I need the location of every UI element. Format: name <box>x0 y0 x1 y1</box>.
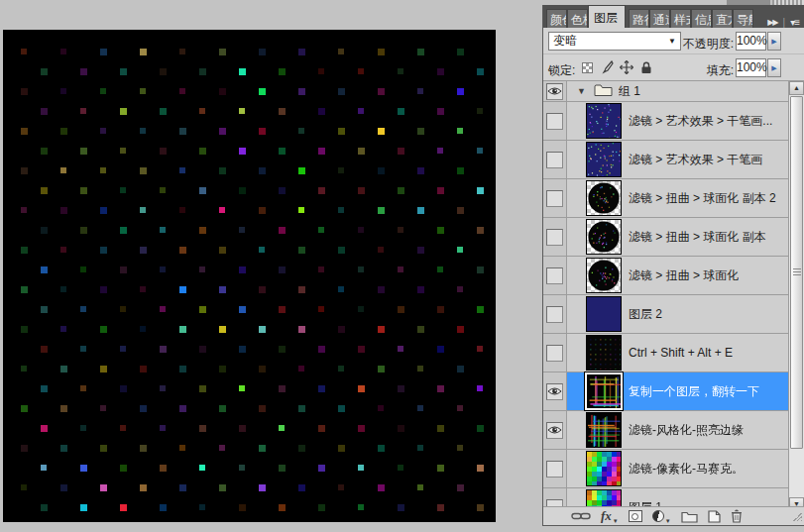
tab-4[interactable]: 路径 <box>629 9 649 28</box>
visibility-toggle[interactable] <box>543 334 567 372</box>
layer-thumbnail[interactable] <box>586 296 622 332</box>
visibility-toggle[interactable] <box>543 81 567 101</box>
scrollbar-grip <box>793 268 801 276</box>
lock-transparency-icon[interactable] <box>579 59 595 75</box>
scrollbar[interactable]: ▲ ▼ <box>788 81 804 512</box>
tab-7[interactable]: 信息 <box>691 9 712 28</box>
lock-position-move-icon[interactable] <box>619 59 634 75</box>
tab-9[interactable]: 导航器 <box>733 9 753 28</box>
layer-row[interactable]: 滤镜 > 扭曲 > 球面化 副本 2 <box>543 179 788 218</box>
eye-empty-well[interactable] <box>546 190 563 207</box>
group-row[interactable]: ▼组 1 <box>543 81 788 102</box>
blend-mode-value: 变暗 <box>553 33 577 50</box>
lock-label: 锁定: <box>548 62 575 79</box>
layer-row[interactable]: 滤镜 > 扭曲 > 球面化 副本 <box>543 218 788 257</box>
adjustment-layer-icon[interactable]: ▼ <box>652 509 671 524</box>
eye-empty-well[interactable] <box>546 152 563 168</box>
scroll-up-icon[interactable]: ▲ <box>789 81 804 95</box>
layer-name[interactable]: 滤镜 > 扭曲 > 球面化 副本 2 <box>629 190 776 207</box>
opacity-spinner[interactable]: ▶ <box>767 32 781 51</box>
layer-thumbnail[interactable] <box>586 103 622 139</box>
visibility-toggle[interactable] <box>543 257 567 294</box>
layer-thumbnail[interactable] <box>586 451 622 486</box>
eye-empty-well[interactable] <box>546 345 563 362</box>
layers-panel: 颜色色板图层路径通道样式信息直方图导航器 ▶▶ | ▾≡ 变暗 ▼ 不透明度: … <box>542 5 804 526</box>
layer-thumbnail[interactable] <box>586 142 622 177</box>
visibility-toggle[interactable] <box>543 372 567 410</box>
layer-thumbnail[interactable] <box>586 219 622 255</box>
visibility-toggle[interactable] <box>543 295 567 333</box>
layer-row[interactable]: 滤镜-风格化-照亮边缘 <box>543 411 788 450</box>
tab-separator: | <box>783 17 786 28</box>
eye-empty-well[interactable] <box>546 229 563 246</box>
layer-thumbnail[interactable] <box>586 180 622 216</box>
visibility-toggle[interactable] <box>543 141 567 178</box>
fill-input[interactable]: 100% <box>736 58 766 77</box>
layer-name[interactable]: 滤镜 > 扭曲 > 球面化 副本 <box>629 229 766 246</box>
link-layers-icon[interactable] <box>571 509 591 524</box>
visibility-toggle[interactable] <box>543 411 567 449</box>
tab-8[interactable]: 直方图 <box>712 9 733 28</box>
layer-name[interactable]: 滤镜-像素化-马赛克。 <box>629 461 744 478</box>
tab-6[interactable]: 样式 <box>670 9 691 28</box>
resize-grip-icon[interactable] <box>792 511 802 521</box>
eye-icon[interactable] <box>546 383 563 400</box>
tab-2[interactable]: 色板 <box>567 9 588 28</box>
layer-thumbnail[interactable] <box>586 335 622 371</box>
layer-row[interactable]: 滤镜 > 艺术效果 > 干笔画... <box>543 102 788 141</box>
opacity-input[interactable]: 100% <box>736 32 766 51</box>
lock-pixels-brush-icon[interactable] <box>599 59 615 75</box>
eye-empty-well[interactable] <box>546 267 563 284</box>
opacity-label: 不透明度: <box>683 36 734 53</box>
tab-3[interactable]: 图层 <box>588 5 626 28</box>
panel-tab-strip: 颜色色板图层路径通道样式信息直方图导航器 ▶▶ | ▾≡ <box>543 5 804 28</box>
eye-empty-well[interactable] <box>546 461 563 478</box>
eye-icon[interactable] <box>546 83 563 100</box>
eye-empty-well[interactable] <box>546 306 563 323</box>
panel-menu-icon[interactable]: ▾≡ <box>790 17 799 28</box>
visibility-toggle[interactable] <box>543 450 567 487</box>
layer-row[interactable]: 滤镜 > 扭曲 > 球面化 <box>543 257 788 295</box>
layer-thumbnail[interactable] <box>586 373 622 409</box>
layer-name[interactable]: 滤镜 > 艺术效果 > 干笔画... <box>629 113 772 130</box>
add-mask-icon[interactable] <box>629 509 642 524</box>
collapse-panels-icon[interactable]: ▶▶ <box>767 18 777 27</box>
folder-icon <box>594 83 613 100</box>
blend-row: 变暗 ▼ 不透明度: 100% ▶ <box>543 28 804 54</box>
layer-name[interactable]: 图层 2 <box>629 306 662 323</box>
layer-row[interactable]: 图层 2 <box>543 295 788 334</box>
layer-name[interactable]: 滤镜 > 艺术效果 > 干笔画 <box>629 152 762 168</box>
layer-thumbnail[interactable] <box>586 412 622 448</box>
fill-spinner[interactable]: ▶ <box>767 58 781 77</box>
layer-name[interactable]: 滤镜-风格化-照亮边缘 <box>629 422 744 439</box>
delete-layer-icon[interactable] <box>731 509 743 524</box>
visibility-toggle[interactable] <box>543 179 567 217</box>
lock-row: 锁定: 填充: 100% ▶ <box>543 54 804 81</box>
blend-mode-select[interactable]: 变暗 ▼ <box>548 32 681 51</box>
layer-thumbnail[interactable] <box>586 258 622 293</box>
visibility-toggle[interactable] <box>543 102 567 140</box>
lock-all-icon[interactable] <box>638 59 654 75</box>
eye-empty-well[interactable] <box>546 113 563 130</box>
layer-style-icon[interactable]: fx▼ <box>601 509 619 524</box>
document-canvas[interactable] <box>3 30 496 522</box>
chevron-down-icon: ▼ <box>668 37 676 46</box>
layer-name[interactable]: 滤镜 > 扭曲 > 球面化 <box>629 267 739 284</box>
layers-panel-toolbar: fx▼▼ <box>543 506 804 525</box>
layer-list: ▼组 1滤镜 > 艺术效果 > 干笔画...滤镜 > 艺术效果 > 干笔画滤镜 … <box>543 81 804 512</box>
layer-row[interactable]: 复制一个图层，翻转一下 <box>543 372 788 411</box>
visibility-toggle[interactable] <box>543 218 567 256</box>
group-name: 组 1 <box>619 83 640 100</box>
layer-row[interactable]: Ctrl + Shift + Alt + E <box>543 334 788 372</box>
layer-row[interactable]: 滤镜 > 艺术效果 > 干笔画 <box>543 141 788 179</box>
tab-5[interactable]: 通道 <box>649 9 670 28</box>
eye-icon[interactable] <box>546 422 563 439</box>
tab-1[interactable]: 颜色 <box>546 9 567 28</box>
layer-name[interactable]: Ctrl + Shift + Alt + E <box>629 346 733 360</box>
scrollbar-thumb[interactable] <box>790 96 803 449</box>
expand-triangle-icon[interactable]: ▼ <box>577 86 586 96</box>
new-layer-icon[interactable] <box>708 509 721 524</box>
layer-row[interactable]: 滤镜-像素化-马赛克。 <box>543 450 788 488</box>
new-group-icon[interactable] <box>681 509 698 524</box>
layer-name[interactable]: 复制一个图层，翻转一下 <box>629 383 759 400</box>
